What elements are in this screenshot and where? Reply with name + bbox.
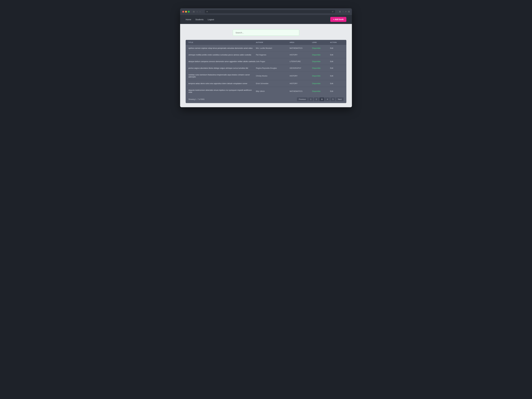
traffic-light-yellow[interactable] bbox=[185, 11, 187, 13]
table-row: pectus aegrus abundans titulus delego vu… bbox=[186, 65, 346, 71]
cell-author-0: Mrs. Lucille Wuckert bbox=[256, 47, 290, 49]
cell-area-5: HISTORY bbox=[290, 82, 312, 84]
cell-area-1: HISTORY bbox=[290, 54, 312, 56]
tabs-icon[interactable]: ⧉ bbox=[348, 10, 350, 13]
browser-actions: ⬇ ↑ + ⧉ bbox=[339, 10, 350, 13]
cell-lend-1: Disponible bbox=[312, 54, 330, 56]
cell-author-6: Billy Ullrich bbox=[256, 90, 290, 92]
traffic-light-green[interactable] bbox=[188, 11, 190, 13]
table-row: tempora aetas demo solvo eius appositus … bbox=[186, 80, 346, 87]
cell-title-5: tempora aetas demo solvo eius appositus … bbox=[188, 82, 256, 84]
shield-icon: ⊕ bbox=[206, 11, 208, 13]
sidebar-toggle-button[interactable]: ⊟ bbox=[192, 10, 195, 13]
cell-author-3: Regina Reynolds-Douglas bbox=[256, 67, 290, 69]
cell-author-1: Pat Hagenes bbox=[256, 54, 290, 56]
share-icon[interactable]: ↑ bbox=[342, 10, 344, 13]
cell-lend-0: Disponible bbox=[312, 47, 330, 49]
cell-lend-3: Disponible bbox=[312, 67, 330, 69]
pagination-controls: Previous12345Next bbox=[297, 97, 344, 101]
cell-title-1: utrimque mollitia amitto credo candidus … bbox=[188, 54, 256, 56]
cell-area-4: HISTORY bbox=[290, 75, 312, 77]
col-author: AUTHOR bbox=[256, 42, 290, 43]
back-button[interactable]: ‹ bbox=[196, 10, 198, 13]
table-header: TITLE AUTHOR AREA LEND ACTION bbox=[186, 40, 346, 45]
main-area: TITLE AUTHOR AREA LEND ACTION spiritus c… bbox=[180, 24, 352, 107]
page-button-2[interactable]: 2 bbox=[314, 97, 319, 101]
download-icon[interactable]: ⬇ bbox=[339, 10, 341, 13]
address-bar-container: ⊕ ↺ bbox=[205, 10, 335, 13]
cell-author-5: Erick Schneider bbox=[256, 82, 290, 84]
cell-area-3: GEOGRAPHY bbox=[290, 67, 312, 69]
table-row: degusto testimonium delectatio strues te… bbox=[186, 87, 346, 95]
refresh-icon[interactable]: ↺ bbox=[332, 11, 334, 13]
cell-area-0: MATHEMATICS bbox=[290, 47, 312, 49]
showing-text: Showing 1 - 7 of 5001 bbox=[188, 98, 205, 100]
cell-lend-4: Disponible bbox=[312, 75, 330, 77]
nav-students[interactable]: Students bbox=[195, 18, 203, 21]
nav-links: Home Students Logout bbox=[186, 18, 214, 21]
books-table: TITLE AUTHOR AREA LEND ACTION spiritus c… bbox=[186, 40, 346, 103]
cell-lend-2: Disponible bbox=[312, 60, 330, 63]
page-button-5[interactable]: 5 bbox=[330, 97, 336, 101]
table-row: absque bellum campana convoco demonstro … bbox=[186, 58, 346, 65]
col-action: ACTION bbox=[330, 42, 344, 43]
table-row: utrimque mollitia amitto credo candidus … bbox=[186, 51, 346, 58]
edit-button-3[interactable]: Edit bbox=[330, 67, 344, 69]
cell-area-6: MATHEMATICS bbox=[290, 90, 312, 92]
col-title: TITLE bbox=[188, 42, 256, 43]
cell-title-0: spiritus carmen copiose volup tenus pers… bbox=[188, 47, 256, 49]
search-container bbox=[186, 30, 346, 36]
next-button[interactable]: Next bbox=[336, 97, 344, 101]
edit-button-0[interactable]: Edit bbox=[330, 47, 344, 49]
traffic-lights bbox=[182, 11, 190, 13]
col-area: AREA bbox=[290, 42, 312, 43]
page-button-1[interactable]: 1 bbox=[308, 97, 313, 101]
col-lend: LEND bbox=[312, 42, 330, 43]
browser-titlebar: ⊟ ‹ › ⊕ ↺ ⬇ ↑ + ⧉ bbox=[180, 8, 352, 15]
cell-area-2: LITERATURE bbox=[290, 60, 312, 63]
browser-controls: ⊟ ‹ › bbox=[192, 10, 201, 13]
cell-lend-5: Disponible bbox=[312, 82, 330, 84]
browser-window: ⊟ ‹ › ⊕ ↺ ⬇ ↑ + ⧉ Home Students Logout +… bbox=[180, 8, 352, 107]
add-book-button[interactable]: + Add book bbox=[330, 17, 346, 22]
cell-title-6: degusto testimonium delectatio strues te… bbox=[188, 89, 256, 93]
cell-author-2: Julio Pagac bbox=[256, 60, 290, 63]
edit-button-1[interactable]: Edit bbox=[330, 54, 344, 56]
cell-title-4: varietas cuius tamisium thalassinus terg… bbox=[188, 74, 256, 78]
table-row: varietas cuius tamisium thalassinus terg… bbox=[186, 71, 346, 80]
cell-author-4: Christy Klocko bbox=[256, 75, 290, 77]
edit-button-5[interactable]: Edit bbox=[330, 82, 344, 84]
edit-button-4[interactable]: Edit bbox=[330, 75, 344, 77]
edit-button-2[interactable]: Edit bbox=[330, 60, 344, 63]
page-button-3[interactable]: 3 bbox=[319, 97, 324, 101]
address-input[interactable] bbox=[209, 11, 332, 13]
pagination-bar: Showing 1 - 7 of 5001 Previous12345Next bbox=[186, 95, 346, 103]
nav-home[interactable]: Home bbox=[186, 18, 191, 21]
forward-button[interactable]: › bbox=[199, 10, 201, 13]
traffic-light-red[interactable] bbox=[182, 11, 184, 13]
search-input[interactable] bbox=[233, 30, 299, 36]
cell-title-3: pectus aegrus abundans titulus delego vu… bbox=[188, 67, 256, 69]
table-row: spiritus carmen copiose volup tenus pers… bbox=[186, 45, 346, 51]
new-tab-icon[interactable]: + bbox=[345, 10, 347, 13]
edit-button-6[interactable]: Edit bbox=[330, 90, 344, 92]
cell-lend-6: Disponible bbox=[312, 90, 330, 92]
app-content: Home Students Logout + Add book TITLE AU… bbox=[180, 15, 352, 107]
previous-button[interactable]: Previous bbox=[297, 97, 308, 101]
table-body: spiritus carmen copiose volup tenus pers… bbox=[186, 45, 346, 95]
nav-logout[interactable]: Logout bbox=[208, 18, 214, 21]
cell-title-2: absque bellum campana convoco demonstro … bbox=[188, 60, 256, 63]
page-button-4[interactable]: 4 bbox=[325, 97, 330, 101]
navbar: Home Students Logout + Add book bbox=[180, 15, 352, 24]
